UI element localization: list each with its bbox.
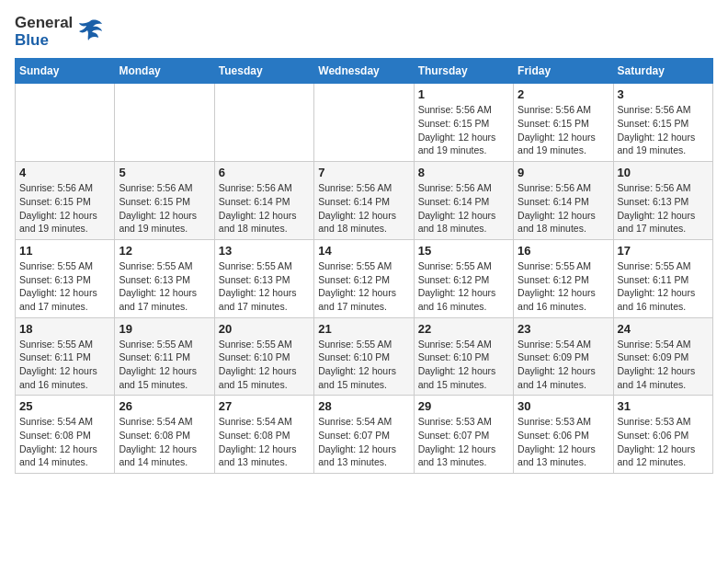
day-number: 5: [119, 166, 210, 179]
day-number: 16: [518, 244, 609, 258]
weekday-header: Thursday: [414, 59, 513, 84]
day-info: Sunrise: 5:54 AM Sunset: 6:08 PM Dayligh…: [219, 415, 310, 469]
day-number: 23: [518, 322, 609, 336]
calendar-cell: 17Sunrise: 5:55 AM Sunset: 6:11 PM Dayli…: [613, 239, 712, 317]
day-number: 4: [19, 166, 110, 179]
calendar-cell: 9Sunrise: 5:56 AM Sunset: 6:14 PM Daylig…: [514, 162, 613, 240]
calendar-week-row: 1Sunrise: 5:56 AM Sunset: 6:15 PM Daylig…: [16, 84, 713, 162]
calendar-cell: 15Sunrise: 5:55 AM Sunset: 6:12 PM Dayli…: [414, 239, 513, 317]
day-info: Sunrise: 5:56 AM Sunset: 6:14 PM Dayligh…: [219, 181, 310, 236]
day-info: Sunrise: 5:56 AM Sunset: 6:14 PM Dayligh…: [318, 181, 409, 236]
calendar-cell: 18Sunrise: 5:55 AM Sunset: 6:11 PM Dayli…: [16, 317, 115, 396]
logo-bird-icon: [76, 17, 104, 44]
day-number: 18: [19, 322, 110, 336]
day-number: 14: [318, 244, 409, 258]
day-info: Sunrise: 5:55 AM Sunset: 6:12 PM Dayligh…: [318, 259, 409, 314]
calendar-cell: 6Sunrise: 5:56 AM Sunset: 6:14 PM Daylig…: [214, 162, 313, 240]
day-info: Sunrise: 5:56 AM Sunset: 6:15 PM Dayligh…: [618, 103, 709, 157]
calendar-cell: 28Sunrise: 5:54 AM Sunset: 6:07 PM Dayli…: [314, 396, 414, 474]
calendar-cell: [16, 84, 115, 162]
calendar-cell: 31Sunrise: 5:53 AM Sunset: 6:06 PM Dayli…: [613, 396, 712, 474]
calendar-header-row: SundayMondayTuesdayWednesdayThursdayFrid…: [16, 59, 713, 84]
weekday-header: Monday: [115, 59, 214, 84]
day-number: 19: [119, 322, 210, 336]
calendar-cell: 2Sunrise: 5:56 AM Sunset: 6:15 PM Daylig…: [514, 84, 613, 162]
day-number: 8: [418, 166, 509, 179]
day-info: Sunrise: 5:56 AM Sunset: 6:15 PM Dayligh…: [518, 103, 609, 157]
logo-general: General: [15, 15, 73, 32]
weekday-header: Tuesday: [214, 59, 313, 84]
day-info: Sunrise: 5:56 AM Sunset: 6:14 PM Dayligh…: [418, 181, 509, 236]
day-number: 26: [119, 399, 210, 413]
day-info: Sunrise: 5:55 AM Sunset: 6:11 PM Dayligh…: [119, 338, 210, 392]
calendar-cell: [214, 84, 313, 162]
weekday-header: Wednesday: [314, 59, 414, 84]
weekday-header: Sunday: [16, 59, 115, 84]
day-number: 6: [219, 166, 310, 179]
calendar-cell: [115, 84, 214, 162]
weekday-header: Friday: [514, 59, 613, 84]
day-info: Sunrise: 5:56 AM Sunset: 6:15 PM Dayligh…: [418, 103, 509, 157]
day-number: 2: [518, 87, 609, 101]
calendar-cell: 11Sunrise: 5:55 AM Sunset: 6:13 PM Dayli…: [16, 239, 115, 317]
day-number: 30: [518, 399, 609, 413]
calendar-cell: 23Sunrise: 5:54 AM Sunset: 6:09 PM Dayli…: [514, 317, 613, 396]
day-info: Sunrise: 5:54 AM Sunset: 6:09 PM Dayligh…: [518, 338, 609, 392]
calendar-cell: 24Sunrise: 5:54 AM Sunset: 6:09 PM Dayli…: [613, 317, 712, 396]
calendar-cell: [314, 84, 414, 162]
calendar-cell: 27Sunrise: 5:54 AM Sunset: 6:08 PM Dayli…: [214, 396, 313, 474]
day-number: 29: [418, 399, 509, 413]
day-info: Sunrise: 5:55 AM Sunset: 6:13 PM Dayligh…: [19, 259, 110, 314]
calendar-cell: 7Sunrise: 5:56 AM Sunset: 6:14 PM Daylig…: [314, 162, 414, 240]
day-info: Sunrise: 5:53 AM Sunset: 6:07 PM Dayligh…: [418, 415, 509, 469]
day-info: Sunrise: 5:56 AM Sunset: 6:13 PM Dayligh…: [618, 181, 709, 236]
calendar-cell: 10Sunrise: 5:56 AM Sunset: 6:13 PM Dayli…: [613, 162, 712, 240]
day-number: 22: [418, 322, 509, 336]
calendar-cell: 22Sunrise: 5:54 AM Sunset: 6:10 PM Dayli…: [414, 317, 513, 396]
day-info: Sunrise: 5:55 AM Sunset: 6:11 PM Dayligh…: [19, 338, 110, 392]
calendar-cell: 25Sunrise: 5:54 AM Sunset: 6:08 PM Dayli…: [16, 396, 115, 474]
calendar-cell: 4Sunrise: 5:56 AM Sunset: 6:15 PM Daylig…: [16, 162, 115, 240]
day-info: Sunrise: 5:54 AM Sunset: 6:07 PM Dayligh…: [318, 415, 409, 469]
header: General Blue: [15, 15, 713, 49]
calendar-cell: 3Sunrise: 5:56 AM Sunset: 6:15 PM Daylig…: [613, 84, 712, 162]
calendar-cell: 12Sunrise: 5:55 AM Sunset: 6:13 PM Dayli…: [115, 239, 214, 317]
day-number: 3: [618, 87, 709, 101]
day-info: Sunrise: 5:56 AM Sunset: 6:15 PM Dayligh…: [19, 181, 110, 236]
day-info: Sunrise: 5:55 AM Sunset: 6:13 PM Dayligh…: [219, 259, 310, 314]
day-info: Sunrise: 5:53 AM Sunset: 6:06 PM Dayligh…: [518, 415, 609, 469]
calendar-cell: 19Sunrise: 5:55 AM Sunset: 6:11 PM Dayli…: [115, 317, 214, 396]
calendar-cell: 13Sunrise: 5:55 AM Sunset: 6:13 PM Dayli…: [214, 239, 313, 317]
day-info: Sunrise: 5:53 AM Sunset: 6:06 PM Dayligh…: [618, 415, 709, 469]
logo-blue: Blue: [15, 32, 73, 50]
day-info: Sunrise: 5:55 AM Sunset: 6:12 PM Dayligh…: [418, 259, 509, 314]
day-number: 15: [418, 244, 509, 258]
calendar-cell: 21Sunrise: 5:55 AM Sunset: 6:10 PM Dayli…: [314, 317, 414, 396]
calendar-cell: 1Sunrise: 5:56 AM Sunset: 6:15 PM Daylig…: [414, 84, 513, 162]
day-info: Sunrise: 5:55 AM Sunset: 6:11 PM Dayligh…: [618, 259, 709, 314]
day-info: Sunrise: 5:54 AM Sunset: 6:08 PM Dayligh…: [119, 415, 210, 469]
day-number: 28: [318, 399, 409, 413]
calendar-cell: 26Sunrise: 5:54 AM Sunset: 6:08 PM Dayli…: [115, 396, 214, 474]
day-info: Sunrise: 5:56 AM Sunset: 6:14 PM Dayligh…: [518, 181, 609, 236]
day-number: 25: [19, 399, 110, 413]
day-number: 17: [618, 244, 709, 258]
day-number: 11: [19, 244, 110, 258]
calendar-cell: 14Sunrise: 5:55 AM Sunset: 6:12 PM Dayli…: [314, 239, 414, 317]
day-info: Sunrise: 5:55 AM Sunset: 6:10 PM Dayligh…: [219, 338, 310, 392]
day-info: Sunrise: 5:55 AM Sunset: 6:12 PM Dayligh…: [518, 259, 609, 314]
day-number: 9: [518, 166, 609, 179]
day-number: 1: [418, 87, 509, 101]
calendar-week-row: 4Sunrise: 5:56 AM Sunset: 6:15 PM Daylig…: [16, 162, 713, 240]
calendar-week-row: 18Sunrise: 5:55 AM Sunset: 6:11 PM Dayli…: [16, 317, 713, 396]
logo: General Blue: [15, 15, 104, 49]
day-number: 13: [219, 244, 310, 258]
day-info: Sunrise: 5:56 AM Sunset: 6:15 PM Dayligh…: [119, 181, 210, 236]
calendar: SundayMondayTuesdayWednesdayThursdayFrid…: [15, 58, 713, 474]
calendar-week-row: 11Sunrise: 5:55 AM Sunset: 6:13 PM Dayli…: [16, 239, 713, 317]
day-number: 7: [318, 166, 409, 179]
day-info: Sunrise: 5:54 AM Sunset: 6:08 PM Dayligh…: [19, 415, 110, 469]
weekday-header: Saturday: [613, 59, 712, 84]
day-info: Sunrise: 5:55 AM Sunset: 6:13 PM Dayligh…: [119, 259, 210, 314]
calendar-cell: 29Sunrise: 5:53 AM Sunset: 6:07 PM Dayli…: [414, 396, 513, 474]
